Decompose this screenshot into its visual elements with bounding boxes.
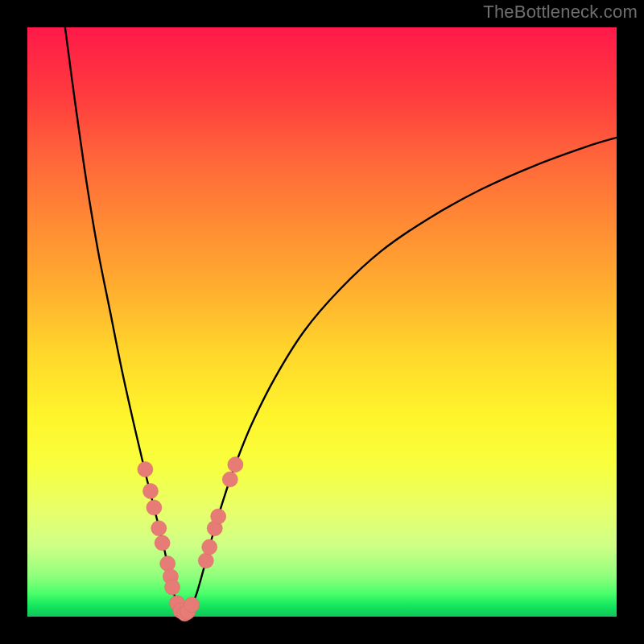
marker-point bbox=[165, 580, 180, 595]
marker-point bbox=[155, 535, 170, 551]
marker-point bbox=[222, 472, 237, 487]
marker-point bbox=[151, 521, 167, 536]
curve-right-branch bbox=[184, 138, 617, 615]
marker-point bbox=[228, 457, 243, 473]
marker-point bbox=[211, 509, 226, 524]
marker-group bbox=[138, 457, 243, 621]
curve-group bbox=[65, 27, 617, 615]
marker-point bbox=[198, 553, 213, 568]
marker-point bbox=[160, 556, 175, 572]
marker-point bbox=[202, 539, 217, 555]
bottleneck-chart bbox=[0, 0, 644, 644]
marker-point bbox=[147, 500, 162, 515]
marker-point bbox=[184, 597, 200, 613]
marker-point bbox=[142, 484, 158, 499]
marker-point bbox=[138, 461, 153, 477]
